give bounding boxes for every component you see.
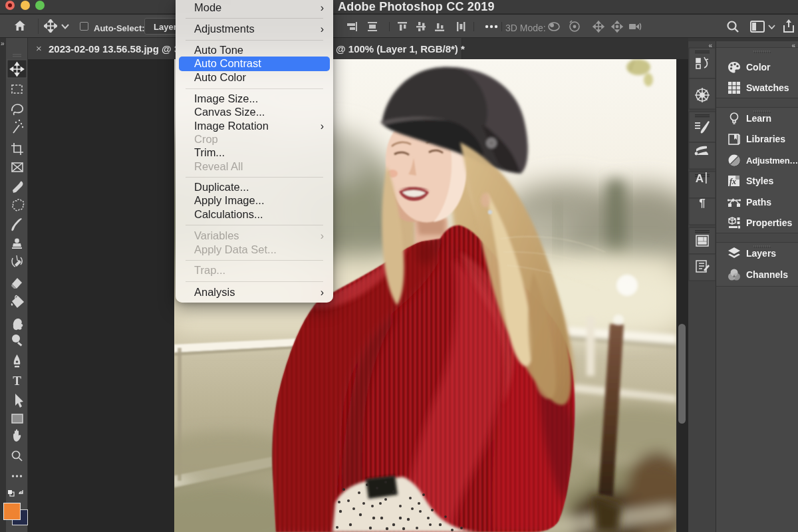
svg-text:A: A [696,172,704,185]
svg-text:¶: ¶ [699,197,705,209]
svg-text:T: T [13,374,21,388]
svg-text:fx: fx [730,177,736,186]
